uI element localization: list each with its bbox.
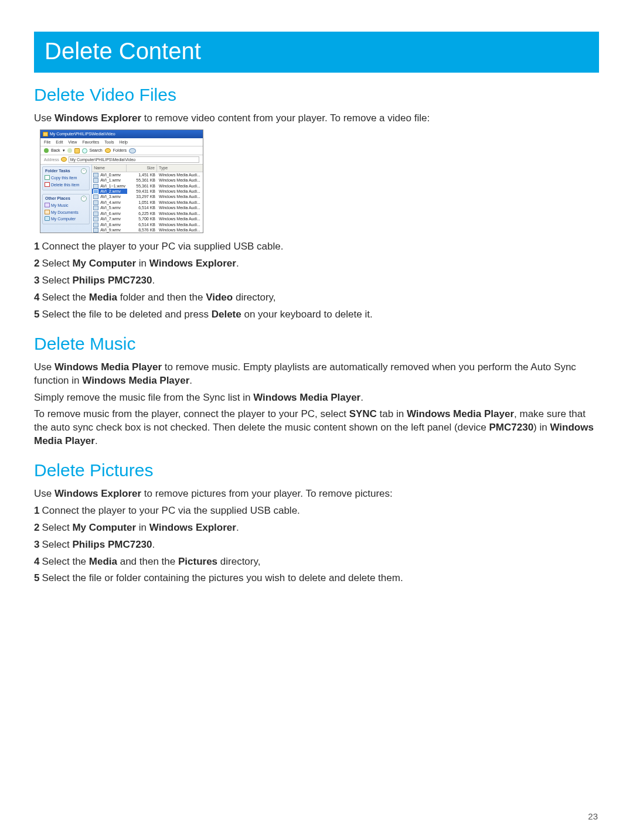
file-type: Windows Media Audi... xyxy=(157,194,203,199)
file-size: 1,051 KB xyxy=(127,200,157,205)
file-type: Windows Media Audi... xyxy=(157,222,203,227)
panel-other-places: Other Places˄ My Music My Documents My C… xyxy=(42,194,90,224)
section-heading-music: Delete Music xyxy=(34,332,599,356)
pictures-step-3: 3Select Philips PMC7230. xyxy=(34,538,599,552)
file-type: Windows Media Audi... xyxy=(157,227,203,233)
file-name: AVI_1.wmv xyxy=(92,177,127,183)
file-row: AVI_4.wmv1,051 KBWindows Media Audi... xyxy=(92,200,203,205)
explorer-titlebar: My Computer\PHILIPS\Media\Video xyxy=(40,130,203,138)
task-copy: Copy this item xyxy=(43,175,89,181)
video-step-1: 1Connect the player to your PC via suppl… xyxy=(34,240,599,254)
file-size: 55,361 KB xyxy=(127,183,157,189)
search-icon xyxy=(82,148,87,153)
place-my-computer: My Computer xyxy=(43,216,89,222)
file-size: 1,451 KB xyxy=(127,172,157,177)
col-name: Name xyxy=(92,165,127,171)
file-size: 6,514 KB xyxy=(127,205,157,210)
explorer-toolbar: Back ▾ Search Folders xyxy=(40,146,203,155)
collapse-icon: ˄ xyxy=(81,168,87,174)
pictures-intro: Use Windows Explorer to remove pictures … xyxy=(34,487,599,501)
address-label: Address xyxy=(44,157,59,162)
file-name: AVI_5.wmv xyxy=(92,205,127,210)
file-type: Windows Media Audi... xyxy=(157,205,203,210)
up-icon xyxy=(74,148,80,153)
file-type: Windows Media Audi... xyxy=(157,189,203,194)
pictures-step-2: 2Select My Computer in Windows Explorer. xyxy=(34,521,599,535)
video-step-2: 2Select My Computer in Windows Explorer. xyxy=(34,257,599,271)
address-folder-icon xyxy=(61,157,67,162)
file-row: AVI_7.wmv5,700 KBWindows Media Audi... xyxy=(92,216,203,221)
video-steps: 1Connect the player to your PC via suppl… xyxy=(34,240,599,322)
file-type: Windows Media Audi... xyxy=(157,211,203,216)
file-size: 33,297 KB xyxy=(127,194,157,199)
file-type: Windows Media Audi... xyxy=(157,177,203,183)
file-size: 5,700 KB xyxy=(127,216,157,221)
forward-icon xyxy=(67,148,72,153)
video-step-3: 3Select Philips PMC7230. xyxy=(34,274,599,288)
pictures-step-4: 4Select the Media and then the Pictures … xyxy=(34,555,599,569)
views-icon xyxy=(129,148,136,153)
explorer-screenshot: My Computer\PHILIPS\Media\Video File Edi… xyxy=(40,129,203,233)
file-row: AVI_8.wmv6,514 KBWindows Media Audi... xyxy=(92,222,203,227)
file-row: AVI_0.wmv1,451 KBWindows Media Audi... xyxy=(92,172,203,177)
search-label: Search xyxy=(90,148,103,153)
file-name: AVI_9.wmv xyxy=(92,227,127,233)
task-delete: Delete this item xyxy=(43,182,89,188)
explorer-file-list: Name Size Type AVI_0.wmv1,451 KBWindows … xyxy=(92,165,203,233)
file-size: 6,514 KB xyxy=(127,222,157,227)
back-label: Back xyxy=(51,148,60,153)
file-size: 6,225 KB xyxy=(127,211,157,216)
menu-favorites: Favorites xyxy=(82,139,99,145)
music-p3: To remove music from the player, connect… xyxy=(34,408,599,448)
section-heading-video: Delete Video Files xyxy=(34,83,599,107)
page-number: 23 xyxy=(588,811,598,822)
file-row: AVI_1.wmv55,361 KBWindows Media Audi... xyxy=(92,177,203,183)
music-p2: Simply remove the music file from the Sy… xyxy=(34,391,599,405)
video-step-5: 5Select the file to be deleted and press… xyxy=(34,308,599,322)
file-size: 8,576 KB xyxy=(127,227,157,233)
menu-help: Help xyxy=(120,139,128,145)
explorer-sidebar: Folder Tasks˄ Copy this item Delete this… xyxy=(40,165,92,233)
pictures-step-1: 1Connect the player to your PC via the s… xyxy=(34,504,599,518)
section-heading-pictures: Delete Pictures xyxy=(34,459,599,483)
file-name: AVI_1~1.wmv xyxy=(92,183,127,189)
video-intro: Use Windows Explorer to remove video con… xyxy=(34,112,599,125)
file-name: AVI_7.wmv xyxy=(92,216,127,221)
file-row: AVI_3.wmv33,297 KBWindows Media Audi... xyxy=(92,194,203,199)
file-type: Windows Media Audi... xyxy=(157,216,203,221)
page-banner: Delete Content xyxy=(34,32,599,73)
explorer-title-text: My Computer\PHILIPS\Media\Video xyxy=(50,131,115,136)
pictures-steps: 1Connect the player to your PC via the s… xyxy=(34,504,599,586)
col-type: Type xyxy=(157,165,203,171)
menu-file: File xyxy=(44,139,50,145)
address-path: My Computer\PHILIPS\Media\Video xyxy=(69,156,199,163)
explorer-menubar: File Edit View Favorites Tools Help xyxy=(40,138,203,146)
file-row: AVI_9.wmv8,576 KBWindows Media Audi... xyxy=(92,227,203,233)
collapse-icon: ˄ xyxy=(81,196,87,202)
folder-icon xyxy=(43,132,48,136)
file-name: AVI_6.wmv xyxy=(92,211,127,216)
folders-icon xyxy=(105,148,111,153)
file-name: AVI_0.wmv xyxy=(92,172,127,177)
menu-edit: Edit xyxy=(56,139,63,145)
file-row: AVI_6.wmv6,225 KBWindows Media Audi... xyxy=(92,211,203,216)
col-size: Size xyxy=(127,165,157,171)
music-p1: Use Windows Media Player to remove music… xyxy=(34,361,599,388)
folders-label: Folders xyxy=(113,148,127,153)
file-type: Windows Media Audi... xyxy=(157,200,203,205)
file-name: AVI_2.wmv xyxy=(92,189,127,194)
file-name: AVI_8.wmv xyxy=(92,222,127,227)
file-row: AVI_1~1.wmv55,361 KBWindows Media Audi..… xyxy=(92,183,203,189)
file-row: AVI_5.wmv6,514 KBWindows Media Audi... xyxy=(92,205,203,210)
place-my-music: My Music xyxy=(43,202,89,209)
menu-view: View xyxy=(68,139,77,145)
place-my-documents: My Documents xyxy=(43,209,89,216)
back-icon xyxy=(44,148,49,153)
file-name: AVI_3.wmv xyxy=(92,194,127,199)
explorer-addressbar: Address My Computer\PHILIPS\Media\Video xyxy=(40,155,203,165)
file-size: 59,431 KB xyxy=(127,189,157,194)
panel-folder-tasks: Folder Tasks˄ Copy this item Delete this… xyxy=(42,166,90,190)
file-name: AVI_4.wmv xyxy=(92,200,127,205)
file-size: 55,361 KB xyxy=(127,177,157,183)
file-type: Windows Media Audi... xyxy=(157,172,203,177)
